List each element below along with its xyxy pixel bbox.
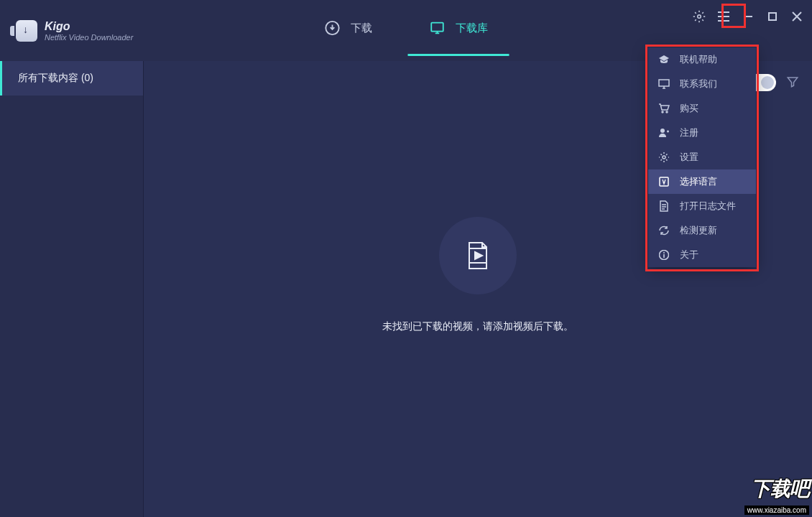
- window-controls: [693, 10, 803, 23]
- tab-download-label: 下载: [351, 22, 372, 35]
- logo-area: Kigo Netflix Video Downloader: [0, 0, 133, 42]
- refresh-icon: [658, 225, 670, 236]
- menu-item-check-update[interactable]: 检测更新: [648, 218, 756, 243]
- svg-point-5: [662, 111, 663, 113]
- tab-library[interactable]: 下载库: [430, 20, 488, 56]
- watermark-url: www.xiazaiba.com: [744, 506, 809, 515]
- menu-item-settings[interactable]: 设置: [648, 145, 756, 169]
- menu-label: 设置: [680, 151, 698, 164]
- svg-rect-3: [769, 13, 776, 20]
- menu-label: 购买: [680, 102, 698, 115]
- gear-icon: [658, 152, 670, 163]
- close-button[interactable]: [790, 10, 803, 23]
- video-file-icon: [462, 240, 494, 271]
- menu-item-about[interactable]: 关于: [648, 243, 756, 267]
- app-name: Kigo: [45, 20, 133, 33]
- menu-label: 检测更新: [680, 224, 717, 237]
- tab-library-label: 下载库: [456, 22, 488, 35]
- app-logo-icon: [16, 20, 37, 42]
- library-icon: [430, 20, 446, 36]
- svg-point-11: [663, 252, 665, 253]
- menu-item-language[interactable]: 选择语言: [648, 169, 756, 194]
- svg-point-2: [698, 15, 701, 19]
- maximize-button[interactable]: [766, 10, 779, 23]
- settings-button[interactable]: [693, 10, 706, 23]
- menu-label: 关于: [680, 248, 698, 261]
- watermark-text: 下载吧: [744, 475, 809, 503]
- minimize-button[interactable]: [742, 10, 755, 23]
- menu-label: 联机帮助: [680, 53, 717, 66]
- empty-state: 未找到已下载的视频，请添加视频后下载。: [382, 217, 573, 333]
- watermark: 下载吧 www.xiazaiba.com: [744, 475, 809, 516]
- language-icon: [658, 176, 670, 187]
- menu-label: 联系我们: [680, 78, 717, 90]
- svg-rect-4: [659, 80, 669, 86]
- svg-rect-1: [431, 23, 443, 32]
- menu-item-open-log[interactable]: 打开日志文件: [648, 194, 756, 218]
- info-icon: [658, 249, 670, 261]
- graduation-cap-icon: [658, 54, 670, 65]
- menu-item-online-help[interactable]: 联机帮助: [648, 47, 756, 72]
- menu-item-register[interactable]: 注册: [648, 121, 756, 145]
- sidebar-item-all-downloads[interactable]: 所有下载内容 (0): [0, 61, 143, 96]
- svg-point-7: [660, 129, 665, 133]
- menu-item-contact-us[interactable]: 联系我们: [648, 72, 756, 96]
- logo-text: Kigo Netflix Video Downloader: [45, 20, 133, 42]
- menu-label: 打开日志文件: [680, 200, 736, 213]
- menu-label: 选择语言: [680, 175, 717, 188]
- sidebar-item-label: 所有下载内容 (0): [18, 72, 93, 85]
- main-menu-dropdown: 联机帮助 联系我们 购买 注册 设置 选择语言 打开日志文件: [648, 47, 756, 267]
- svg-point-6: [666, 111, 668, 113]
- main-tabs: 下载 下载库: [325, 20, 488, 56]
- filter-button[interactable]: [786, 75, 801, 90]
- cart-icon: [658, 103, 670, 114]
- monitor-icon: [658, 78, 670, 90]
- menu-button[interactable]: [717, 10, 730, 23]
- sidebar: 所有下载内容 (0): [0, 61, 144, 517]
- app-subtitle: Netflix Video Downloader: [45, 33, 133, 42]
- tab-download[interactable]: 下载: [325, 20, 372, 56]
- empty-state-message: 未找到已下载的视频，请添加视频后下载。: [382, 320, 573, 333]
- svg-rect-12: [663, 254, 665, 258]
- document-icon: [658, 200, 670, 212]
- menu-item-purchase[interactable]: 购买: [648, 96, 756, 121]
- download-icon: [325, 20, 341, 36]
- user-icon: [658, 127, 670, 139]
- empty-state-icon-circle: [439, 217, 517, 294]
- menu-label: 注册: [680, 126, 698, 139]
- svg-point-8: [663, 156, 665, 159]
